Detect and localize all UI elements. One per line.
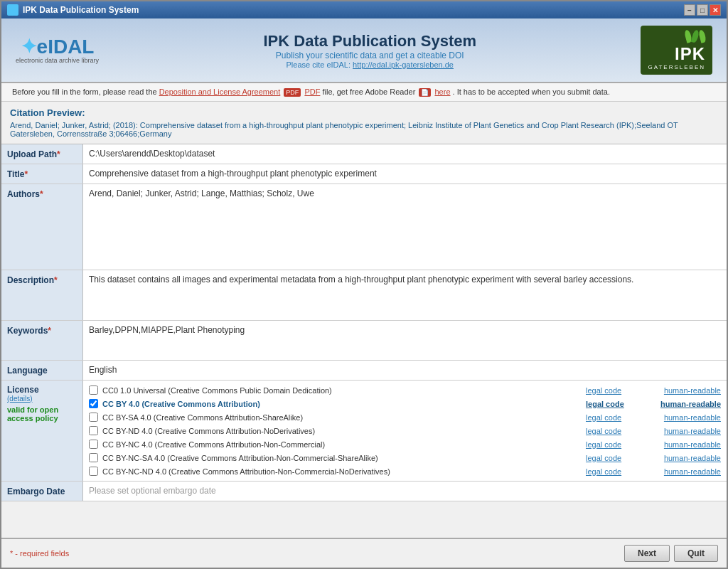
license-label-text: License [7,385,77,395]
license-ccbynd4-row: CC BY-ND 4.0 (Creative Commons Attributi… [89,424,721,437]
leaf-3 [698,29,707,43]
embargo-date-label: Embargo Date [1,482,83,501]
title-required: * [24,169,28,179]
keywords-label: Keywords * [1,321,83,360]
language-value[interactable]: English [83,361,727,380]
authors-row: Authors * Arend, Daniel; Junker, Astrid;… [1,184,727,270]
license-ccby4-human[interactable]: human-readable [650,400,721,408]
license-ccbynd4-human[interactable]: human-readable [650,427,721,435]
license-ccbyncsa4-row: CC BY-NC-SA 4.0 (Creative Commons Attrib… [89,451,721,464]
license-ccbync4-checkbox[interactable] [89,440,98,449]
edal-subtitle: electronic data archive library [16,57,99,64]
license-ccbync4-name: CC BY-NC 4.0 (Creative Commons Attributi… [102,440,586,449]
app-icon [7,4,18,16]
form-section: Upload Path * C:\Users\arendd\Desktop\da… [1,144,727,501]
title-bar-left: IPK Data Publication System [7,4,139,16]
authors-value[interactable]: Arend, Daniel; Junker, Astrid; Lange, Ma… [83,184,727,270]
title-label: Title * [1,164,83,184]
license-ccbyncnd4-human[interactable]: human-readable [650,467,721,476]
required-note: * - required fields [10,549,69,558]
license-ccbyncnd4-row: CC BY-NC-ND 4.0 (Creative Commons Attrib… [89,464,721,478]
maximize-button[interactable]: □ [697,4,708,16]
license-cc0-legal[interactable]: legal code [586,386,650,395]
license-ccbync4-legal[interactable]: legal code [586,440,650,449]
license-ccbysa4-checkbox[interactable] [89,413,98,422]
license-ccbyncsa4-human[interactable]: human-readable [650,454,721,462]
leaf-2 [691,29,700,43]
license-ccby4-name: CC BY 4.0 (Creative Commons Attribution) [102,400,586,408]
bottom-buttons: Next Quit [624,545,718,562]
license-ccbysa4-human[interactable]: human-readable [650,413,721,422]
license-cc0-human[interactable]: human-readable [650,386,721,395]
license-ccbynd4-legal[interactable]: legal code [586,427,650,435]
license-label-container: License (details) valid for open access … [1,381,83,481]
license-ccbysa4-row: CC BY-SA 4.0 (Creative Commons Attributi… [89,410,721,424]
license-ccbynd4-checkbox[interactable] [89,426,98,435]
license-cc0-row: CC0 1.0 Universal (Creative Commons Publ… [89,383,721,397]
ipk-text: IPK GATERSLEBEN [648,44,705,70]
license-ccbyncnd4-legal[interactable]: legal code [586,467,650,476]
citation-preview-text: Arend, Daniel; Junker, Astrid; (2018): C… [10,121,718,138]
main-content: Citation Preview: Arend, Daniel; Junker,… [1,102,727,538]
upload-path-label: Upload Path * [1,144,83,164]
keywords-value[interactable]: Barley,DPPN,MIAPPE,Plant Phenotyping [83,321,727,360]
minimize-button[interactable]: − [684,4,695,16]
license-ccbyncnd4-checkbox[interactable] [89,467,98,476]
upload-path-row: Upload Path * C:\Users\arendd\Desktop\da… [1,144,727,164]
language-row: Language English [1,361,727,381]
license-ccbync4-row: CC BY-NC 4.0 (Creative Commons Attributi… [89,437,721,451]
license-ccby4-row: CC BY 4.0 (Creative Commons Attribution)… [89,397,721,410]
edal-logo-container: ✦eIDAL electronic data archive library [16,37,99,64]
edal-brand: eIDAL [37,36,95,58]
license-ccbyncsa4-legal[interactable]: legal code [586,454,650,462]
license-agreement-link[interactable]: Deposition and License Agreement [159,87,281,96]
ipk-logo: IPK GATERSLEBEN [641,26,712,75]
bottom-bar: * - required fields Next Quit [1,538,727,568]
license-ccby4-legal[interactable]: legal code [586,400,650,408]
upload-path-required: * [57,149,60,159]
title-bar-controls: − □ ✕ [684,4,721,16]
description-required: * [54,275,58,285]
quit-button[interactable]: Quit [674,545,718,562]
pdf-link[interactable]: PDF [304,87,320,96]
window-title: IPK Data Publication System [23,5,139,15]
license-ccbysa4-name: CC BY-SA 4.0 (Creative Commons Attributi… [102,413,586,422]
keywords-row: Keywords * Barley,DPPN,MIAPPE,Plant Phen… [1,321,727,361]
citation-preview-label: Citation Preview: [10,107,718,118]
license-cc0-checkbox[interactable] [89,385,98,395]
keywords-required: * [48,326,51,336]
header-section: ✦eIDAL electronic data archive library I… [1,18,727,83]
license-cc0-name: CC0 1.0 Universal (Creative Commons Publ… [102,386,586,395]
embargo-date-value[interactable]: Please set optional embargo date [83,482,727,501]
notice-before: Before you fill in the form, please read… [12,87,159,96]
license-section: License (details) valid for open access … [1,381,727,482]
license-valid-label: valid for open access policy [7,405,77,422]
notice-after: . It has to be accepted when you submit … [453,87,610,96]
ipk-location: GATERSLEBEN [648,64,705,70]
description-row: Description * This dataset contains all … [1,270,727,321]
title-value[interactable]: Comprehensive dataset from a high-throug… [83,164,727,184]
adobe-icon: 📄 [419,88,431,97]
notice-bar: Before you fill in the form, please read… [1,83,727,102]
description-value[interactable]: This dataset contains all images and exp… [83,270,727,320]
license-details-link[interactable]: (details) [7,395,77,403]
cite-link[interactable]: http://edal.ipk-gatersleben.de [353,60,454,69]
license-ccbync4-human[interactable]: human-readable [650,440,721,449]
license-ccby4-checkbox[interactable] [89,399,98,408]
main-window: IPK Data Publication System − □ ✕ ✦eIDAL… [0,0,728,569]
app-title: IPK Data Publication System [113,32,626,50]
license-ccbyncnd4-name: CC BY-NC-ND 4.0 (Creative Commons Attrib… [102,467,586,476]
notice-middle: file, get free Adobe Reader [322,87,417,96]
title-row: Title * Comprehensive dataset from a hig… [1,164,727,184]
upload-path-value: C:\Users\arendd\Desktop\dataset [83,144,727,164]
license-ccbysa4-legal[interactable]: legal code [586,413,650,422]
edal-logo: ✦eIDAL electronic data archive library [16,37,99,64]
license-ccbyncsa4-checkbox[interactable] [89,453,98,462]
citation-preview: Citation Preview: Arend, Daniel; Junker,… [1,102,727,144]
license-ccbyncsa4-name: CC BY-NC-SA 4.0 (Creative Commons Attrib… [102,454,586,462]
header-center: IPK Data Publication System Publish your… [113,32,626,69]
embargo-date-row: Embargo Date Please set optional embargo… [1,482,727,501]
close-button[interactable]: ✕ [710,4,721,16]
here-link[interactable]: here [434,87,450,96]
next-button[interactable]: Next [624,545,670,562]
